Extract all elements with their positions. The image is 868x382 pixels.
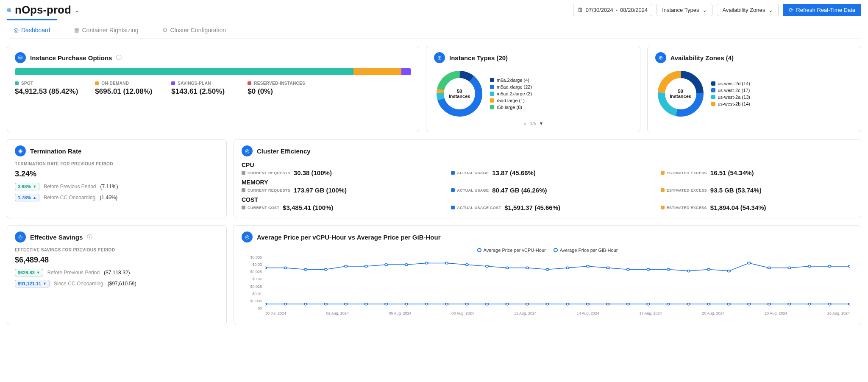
instance-types-dropdown[interactable]: Instance Types ⌄ [657, 4, 712, 16]
svg-point-36 [808, 265, 811, 268]
calendar-icon: 🗓 [578, 7, 583, 13]
efficiency-icon: ◎ [242, 145, 253, 156]
ce-tag-label: ESTIMATED EXCESS [667, 171, 707, 175]
po-label: ON-DEMAND [101, 81, 129, 86]
pager-text: 1/5 [530, 121, 536, 126]
info-icon[interactable]: ⓘ [116, 54, 122, 61]
legend-series-2: Average Price per GiB-Hour [554, 248, 618, 253]
svg-point-13 [345, 265, 348, 268]
y-tick: $0.015 [242, 284, 264, 289]
color-swatch [711, 81, 715, 86]
card-title: Termination Rate [30, 148, 81, 155]
color-swatch [490, 92, 494, 96]
cluster-selector[interactable]: ⎈ nOps-prod ⌄ [7, 3, 80, 17]
y-tick: $0 [242, 306, 264, 310]
tab-dashboard[interactable]: ◎ Dashboard [7, 22, 57, 39]
po-bar-segment [15, 68, 353, 75]
y-tick: $0.03 [242, 262, 264, 267]
color-swatch [490, 105, 494, 109]
donut-chart: 58 Instances [655, 68, 706, 119]
svg-point-48 [445, 303, 448, 305]
arrow-down-icon: ▼ [36, 270, 40, 275]
savings-value: $6,489.48 [15, 256, 219, 265]
legend-label: m5ad.2xlarge (2) [497, 91, 532, 96]
card-title: Instance Types (20) [449, 54, 508, 61]
top-bar: ⎈ nOps-prod ⌄ 🗓 07/30/2024 - 08/28/2024 … [7, 0, 861, 20]
purchase-icon: ⛁ [15, 52, 26, 63]
svg-point-28 [647, 268, 650, 270]
legend-row: us-west-2a (13) [711, 95, 750, 100]
po-label: SAVINGS-PLAN [178, 81, 211, 86]
svg-point-39 [265, 303, 267, 305]
po-value: $0 (0%) [248, 87, 307, 96]
svg-point-42 [324, 303, 327, 305]
ce-tag-label: ACTUAL USAGE COST [457, 206, 501, 210]
ce-val: 80.47 GB (46.26%) [492, 187, 547, 194]
pill-text: Since CC Onboarding [54, 281, 103, 287]
ce-val: 30.38 (100%) [294, 169, 332, 176]
svg-point-17 [425, 262, 428, 264]
svg-point-11 [304, 268, 307, 270]
card-header: ⊕ Availability Zones (4) [655, 52, 854, 63]
plot-area [265, 255, 850, 310]
date-range-picker[interactable]: 🗓 07/30/2024 - 08/28/2024 [573, 4, 653, 16]
svg-point-49 [465, 303, 468, 305]
pager: ▲ 1/5 ▼ [434, 121, 632, 126]
x-tick: 05 Aug, 2024 [389, 311, 412, 319]
termination-icon: ◉ [15, 145, 26, 156]
y-tick: $0.005 [242, 299, 264, 303]
svg-point-59 [667, 303, 670, 305]
pager-next[interactable]: ▼ [539, 121, 543, 126]
legend-row: us-west-2d (14) [711, 81, 750, 86]
svg-point-19 [465, 264, 468, 266]
refresh-button[interactable]: ⟳ Refresh Real-Time Data [783, 4, 861, 16]
color-swatch [248, 81, 251, 85]
trend-pill: 1.78%▲ [15, 194, 39, 201]
svg-point-45 [385, 303, 388, 305]
color-swatch [490, 78, 494, 82]
svg-point-30 [687, 270, 690, 272]
tab-container-rightsizing[interactable]: ▦ Container Rightsizing [67, 22, 145, 39]
marker-icon [554, 248, 558, 252]
dropdown-label: Availability Zones [722, 7, 765, 13]
svg-point-50 [486, 303, 489, 305]
po-reserved: RESERVED-INSTANCES $0 (0%) [248, 81, 307, 96]
po-bar-segment [401, 68, 411, 75]
svg-point-14 [364, 265, 367, 268]
tab-label: Container Rightsizing [82, 27, 139, 33]
dashboard-body: ⛁ Instance Purchase Options ⓘ SPOT $4,91… [7, 39, 861, 325]
pill-text: Before CC Onboarding [44, 195, 95, 201]
cost-row: CURRENT COST$3,485.41 (100%) ACTUAL USAG… [242, 204, 853, 211]
card-header: ◉ Termination Rate [15, 145, 219, 156]
mem-title: MEMORY [242, 179, 853, 186]
x-tick: 17 Aug, 2024 [640, 311, 662, 319]
ce-val: 93.5 GB (53.74%) [710, 187, 762, 194]
tab-cluster-configuration[interactable]: ⚙ Cluster Configuration [156, 22, 233, 39]
pill-text: Before Previous Period [44, 184, 96, 190]
svg-point-51 [506, 303, 509, 305]
svg-point-62 [727, 303, 730, 305]
legend-row: m6a.2xlarge (4) [490, 78, 532, 83]
legend-label: us-west-2c (17) [718, 88, 750, 93]
price-chart-icon: ◎ [242, 231, 253, 243]
cpu-title: CPU [242, 162, 853, 168]
svg-point-27 [626, 268, 629, 270]
card-title: Cluster Efficiency [257, 148, 311, 155]
color-swatch [95, 81, 99, 85]
legend: m6a.2xlarge (4)m5ad.xlarge (22)m5ad.2xla… [490, 78, 532, 110]
instance-types-icon: ⊞ [434, 52, 445, 63]
ce-val: $3,485.41 (100%) [283, 204, 333, 211]
svg-point-44 [364, 303, 367, 305]
cost-title: COST [242, 196, 853, 203]
pager-prev[interactable]: ▲ [523, 121, 527, 126]
info-icon[interactable]: ⓘ [87, 233, 92, 241]
svg-point-40 [284, 303, 287, 305]
date-from: 07/30/2024 [586, 7, 613, 13]
svg-point-56 [606, 303, 609, 305]
ce-val: 13.87 (45.66%) [492, 169, 536, 176]
svg-point-46 [405, 303, 408, 305]
svg-point-43 [345, 303, 348, 305]
arrow-down-icon: ▼ [33, 184, 36, 189]
availability-zones-dropdown[interactable]: Availability Zones ⌄ [717, 4, 779, 16]
svg-point-52 [526, 303, 529, 305]
